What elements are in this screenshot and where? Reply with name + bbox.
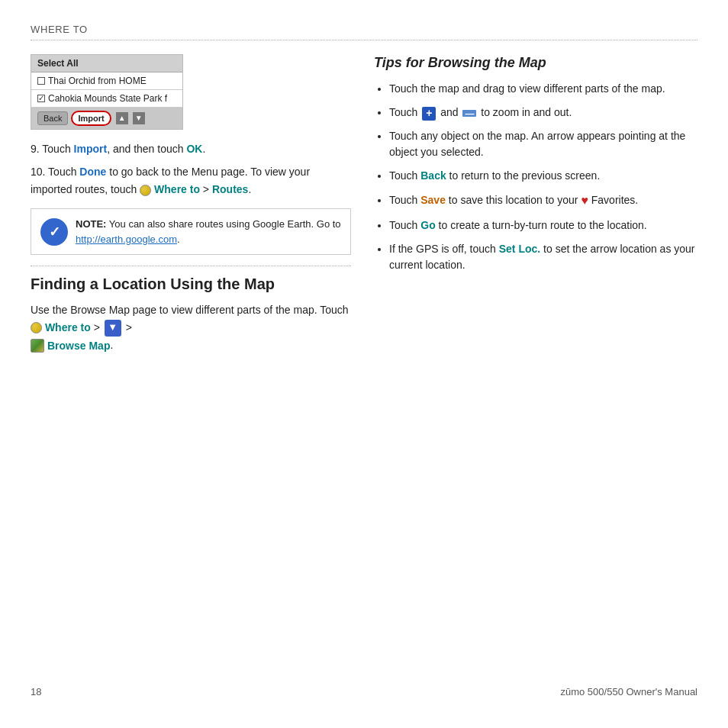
ss-row2: Cahokia Mounds State Park f [31, 90, 182, 108]
tip-5: Touch Save to save this location to your… [389, 192, 697, 210]
tip2-and: and [437, 106, 461, 118]
steps-list: 9. Touch Import, and then touch OK. 10. … [31, 140, 351, 198]
tip2-prefix: Touch [389, 106, 420, 118]
tip-1: Touch the map and drag to view different… [389, 81, 697, 97]
plus-icon: + [422, 107, 436, 121]
footer-manual-text: zūmo 500/550 Owner's Manual [560, 686, 697, 697]
tip4-prefix: Touch [389, 169, 420, 182]
section-suffix: . [110, 339, 113, 351]
ss-up-arrow: ▲ [116, 112, 128, 124]
tip7-prefix: If the GPS is off, touch [389, 243, 499, 255]
page: Where To Select All Thai Orchid from HOM… [0, 0, 728, 728]
ss-select-all: Select All [31, 55, 182, 72]
step9-import: Import [74, 143, 108, 155]
nav-down-btn: ▼ [105, 320, 121, 337]
heart-icon: ♥ [581, 194, 588, 207]
tip3-text: Touch any object on the map. An arrow ap… [389, 130, 685, 158]
page-title: Where To [31, 24, 88, 35]
tip2-suffix: to zoom in and out. [478, 106, 572, 118]
step-9: 9. Touch Import, and then touch OK. [31, 140, 351, 157]
search-icon-2 [31, 322, 42, 333]
step9-ok: OK [186, 143, 202, 155]
ss-back-btn[interactable]: Back [37, 111, 68, 125]
section-gt1: > [94, 321, 103, 333]
tip-3: Touch any object on the map. An arrow ap… [389, 128, 697, 160]
browse-map-icon: Browse Map [31, 337, 110, 354]
step9-prefix: 9. Touch [31, 143, 74, 155]
checkbox-empty [37, 77, 45, 85]
tip6-suffix: to create a turn-by-turn route to the lo… [436, 219, 647, 231]
page-footer: 18 zūmo 500/550 Owner's Manual [31, 671, 697, 697]
step10-suffix: . [248, 183, 251, 195]
checkbox-checked [37, 95, 45, 102]
tip4-suffix: to return to the previous screen. [446, 169, 601, 182]
step10-prefix: 10. Touch [31, 166, 79, 178]
ss-import-btn[interactable]: Import [71, 111, 111, 126]
tips-list: Touch the map and drag to view different… [374, 81, 697, 273]
ss-row2-text: Cahokia Mounds State Park f [48, 93, 167, 104]
tip-4: Touch Back to return to the previous scr… [389, 168, 697, 184]
tip5-save: Save [420, 194, 446, 206]
step10-done: Done [79, 166, 106, 178]
left-column: Select All Thai Orchid from HOME Cahokia… [31, 54, 351, 671]
tip5-prefix: Touch [389, 194, 420, 206]
tip5-middle: to save this location to your [446, 194, 581, 206]
step-10: 10. Touch Done to go back to the Menu pa… [31, 163, 351, 198]
tip6-prefix: Touch [389, 219, 420, 231]
section-where-to: Where to [45, 321, 91, 333]
section-gt2: > [126, 321, 132, 333]
page-header: Where To [31, 23, 697, 40]
browse-map-img-icon [31, 339, 44, 353]
footer-page-num: 18 [31, 686, 41, 697]
tip-2: Touch + and — to zoom in and out. [389, 105, 697, 121]
tip6-go: Go [420, 219, 435, 231]
tip1-text: Touch the map and drag to view different… [389, 82, 665, 95]
tip5-suffix: Favorites. [588, 194, 638, 206]
note-text: You can also share routes using Google E… [106, 218, 340, 230]
browse-map-label: Browse Map [47, 337, 110, 354]
where-to-icon-1 [140, 185, 151, 196]
tip-7: If the GPS is off, touch Set Loc. to set… [389, 241, 697, 273]
search-icon-1 [140, 185, 151, 196]
tip-6: Touch Go to create a turn-by-turn route … [389, 217, 697, 234]
minus-icon: — [462, 110, 476, 117]
section-body: Use the Browse Map page to view differen… [31, 301, 351, 354]
two-column-layout: Select All Thai Orchid from HOME Cahokia… [31, 54, 697, 671]
where-to-icon-2 [31, 322, 42, 333]
tips-heading: Tips for Browsing the Map [374, 54, 697, 72]
section-heading: Finding a Location Using the Map [31, 274, 351, 294]
note-suffix: . [177, 234, 180, 245]
note-box: NOTE: You can also share routes using Go… [31, 208, 351, 255]
tip7-setloc: Set Loc. [499, 243, 540, 255]
right-column: Tips for Browsing the Map Touch the map … [374, 54, 697, 671]
ss-footer: Back Import ▲ ▼ [31, 108, 182, 129]
step10-gt: > [200, 183, 212, 195]
note-link[interactable]: http://earth.google.com [76, 234, 177, 245]
tip4-back: Back [420, 169, 446, 182]
ss-row1: Thai Orchid from HOME [31, 72, 182, 90]
note-checkmark-icon [40, 218, 68, 246]
step9-middle: , and then touch [107, 143, 186, 155]
section-divider [31, 266, 351, 266]
ss-row1-text: Thai Orchid from HOME [48, 76, 147, 86]
screenshot-box: Select All Thai Orchid from HOME Cahokia… [31, 54, 183, 130]
step10-routes: Routes [212, 183, 248, 195]
note-label: NOTE: [76, 218, 106, 230]
section-body1: Use the Browse Map page to view differen… [31, 304, 349, 316]
step10-where-to: Where to [154, 183, 200, 195]
ss-down-arrow: ▼ [133, 112, 145, 124]
note-content: NOTE: You can also share routes using Go… [76, 217, 341, 246]
step9-suffix: . [202, 143, 205, 155]
